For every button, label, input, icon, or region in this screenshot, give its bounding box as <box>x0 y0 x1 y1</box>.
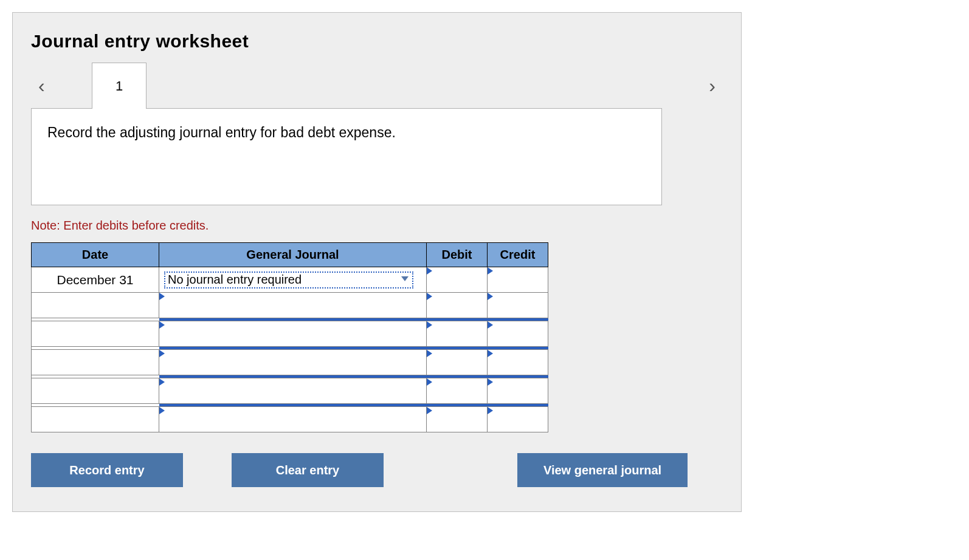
credit-cell[interactable] <box>488 267 548 293</box>
credit-cell[interactable] <box>488 350 548 375</box>
chevron-down-icon[interactable] <box>401 276 409 281</box>
cell-marker-icon <box>159 293 165 300</box>
debit-cell[interactable] <box>427 293 488 318</box>
cell-marker-icon <box>427 350 432 357</box>
account-cell[interactable]: No journal entry required <box>159 267 427 293</box>
note-text: Note: Enter debits before credits. <box>31 219 723 233</box>
account-dropdown[interactable]: No journal entry required <box>164 271 413 289</box>
date-cell[interactable] <box>32 378 159 404</box>
tab-1[interactable]: 1 <box>92 63 147 109</box>
table-header-row: Date General Journal Debit Credit <box>32 243 548 267</box>
date-cell[interactable] <box>32 321 159 347</box>
debit-cell[interactable] <box>427 267 488 293</box>
cell-marker-icon <box>159 321 165 329</box>
prev-arrow-icon[interactable]: ‹ <box>38 75 45 97</box>
header-credit: Credit <box>488 243 548 267</box>
cell-marker-icon <box>427 293 432 300</box>
credit-cell[interactable] <box>488 293 548 318</box>
button-row: Record entry Clear entry View general jo… <box>31 453 723 487</box>
header-debit: Debit <box>427 243 488 267</box>
account-cell[interactable] <box>159 407 427 432</box>
table-row <box>32 321 548 347</box>
tab-row: ‹ 1 › <box>31 63 723 109</box>
date-cell[interactable] <box>32 407 159 432</box>
worksheet-panel: Journal entry worksheet ‹ 1 › Record the… <box>12 12 742 512</box>
header-general-journal: General Journal <box>159 243 427 267</box>
table-row <box>32 378 548 404</box>
cell-marker-icon <box>427 407 432 414</box>
cell-marker-icon <box>488 267 493 275</box>
instruction-text: Record the adjusting journal entry for b… <box>47 125 396 140</box>
cell-marker-icon <box>488 293 493 300</box>
cell-marker-icon <box>159 350 165 357</box>
cell-marker-icon <box>488 350 493 357</box>
table-row <box>32 293 548 318</box>
account-cell[interactable] <box>159 293 427 318</box>
account-cell[interactable] <box>159 378 427 404</box>
journal-table: Date General Journal Debit Credit Decemb… <box>31 242 548 432</box>
table-row <box>32 350 548 375</box>
next-arrow-icon[interactable]: › <box>709 75 716 97</box>
credit-cell[interactable] <box>488 407 548 432</box>
cell-marker-icon <box>427 321 432 329</box>
table-row <box>32 407 548 432</box>
cell-marker-icon <box>427 267 432 275</box>
cell-marker-icon <box>488 321 493 329</box>
record-entry-button[interactable]: Record entry <box>31 453 183 487</box>
cell-marker-icon <box>427 378 432 386</box>
view-general-journal-button[interactable]: View general journal <box>517 453 688 487</box>
cell-marker-icon <box>488 407 493 414</box>
date-cell[interactable] <box>32 293 159 318</box>
instruction-box: Record the adjusting journal entry for b… <box>31 108 662 205</box>
cell-marker-icon <box>488 378 493 386</box>
cell-marker-icon <box>159 407 165 414</box>
debit-cell[interactable] <box>427 378 488 404</box>
debit-cell[interactable] <box>427 407 488 432</box>
date-cell[interactable]: December 31 <box>32 267 159 293</box>
account-cell[interactable] <box>159 321 427 347</box>
account-value: No journal entry required <box>168 273 302 287</box>
credit-cell[interactable] <box>488 378 548 404</box>
header-date: Date <box>32 243 159 267</box>
page-title: Journal entry worksheet <box>31 31 723 52</box>
date-cell[interactable] <box>32 350 159 375</box>
cell-marker-icon <box>159 378 165 386</box>
account-cell[interactable] <box>159 350 427 375</box>
debit-cell[interactable] <box>427 350 488 375</box>
debit-cell[interactable] <box>427 321 488 347</box>
table-row: December 31 No journal entry required <box>32 267 548 293</box>
clear-entry-button[interactable]: Clear entry <box>232 453 384 487</box>
credit-cell[interactable] <box>488 321 548 347</box>
